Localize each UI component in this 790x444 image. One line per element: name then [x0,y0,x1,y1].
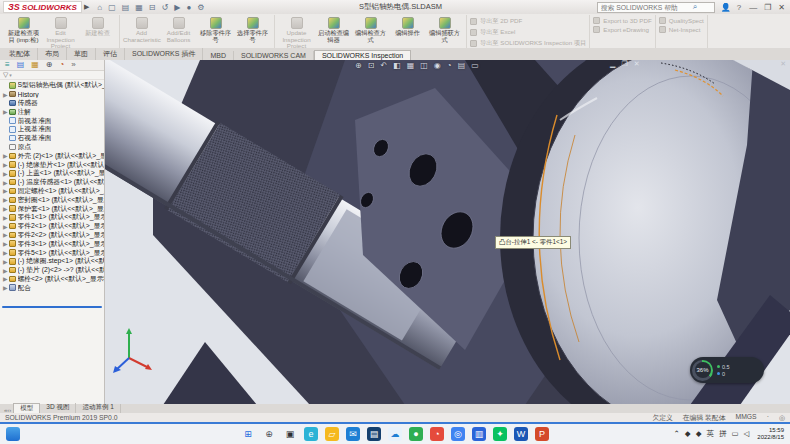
panel-tab-icon[interactable]: » [71,61,75,69]
ribbon-button[interactable]: 选择零件序号 [234,16,271,43]
panel-tab-icon[interactable]: ▦ [31,61,39,69]
tray-icon[interactable]: ⌃ [674,429,680,439]
quick-access-icon[interactable]: ▦ [135,3,143,12]
minimize-button[interactable]: — [749,3,757,12]
ribbon-button[interactable]: Update Inspection Project [278,16,315,50]
performance-overlay-badge[interactable]: 36% 0.5 0 [690,357,764,383]
ribbon-button[interactable]: 启动检查编辑器 [315,16,352,43]
ribbon-tab[interactable]: 草图 [67,48,96,60]
graphics-viewport[interactable]: ⊕⊡↶◧▦◫◉◔▤▭ ▁ ❐ ✕ ✕ 凸台-拉伸1 <- 零件1<1> 36% [105,60,790,404]
ribbon-quality-item[interactable]: QualitySpect [659,17,704,24]
feature-tree-item[interactable]: 前视基准面 [0,116,104,125]
view-tool-icon[interactable]: ↶ [380,62,387,70]
tree-filter[interactable]: ▽ ▾ [0,71,104,80]
taskbar-icon[interactable]: ✉ [346,427,360,441]
ribbon-tab[interactable]: SOLIDWORKS 插件 [125,48,203,60]
taskbar-icon[interactable]: ▤ [367,427,381,441]
taskbar-icon[interactable]: ▱ [325,427,339,441]
tray-icon[interactable]: ◁ [744,429,750,439]
ribbon-export-item[interactable]: 导出至 SOLIDWORKS Inspection 项目 [470,39,586,48]
view-tool-icon[interactable]: ◉ [434,62,441,70]
ribbon-button[interactable]: Edit Inspection Project [42,16,79,50]
quick-access-icon[interactable]: ● [186,3,191,12]
document-tab[interactable]: 3D 视图 [40,403,76,413]
panel-tab-icon[interactable]: ◔ [60,61,65,69]
doc-minimize-icon[interactable]: ▁ [610,60,615,68]
taskbar-icon[interactable]: ◎ [451,427,465,441]
ribbon-export-item[interactable]: Export to 3D PDF [593,17,652,24]
ribbon-tab[interactable]: SOLIDWORKS CAM [234,51,314,60]
panel-tab-icon[interactable]: ≡ [5,61,10,69]
user-account-icon[interactable]: 👤 [721,3,731,12]
panel-tab-icon[interactable]: ▤ [17,61,25,69]
pane-close-icon[interactable]: ✕ [780,60,786,68]
view-tool-icon[interactable]: ▤ [458,62,466,70]
ribbon-button[interactable]: 编辑检查方式 [352,16,389,43]
ribbon-quality-item[interactable]: Net-Inspect [659,26,701,33]
ribbon-export-item[interactable]: Export eDrawing [593,26,649,33]
tray-icon[interactable]: ◆ [696,429,702,439]
taskbar-icon[interactable]: P [535,427,549,441]
taskbar-clock[interactable]: 15:59 2022/8/15 [757,427,784,441]
document-tab[interactable]: 运动算例 1 [76,403,120,413]
ribbon-button[interactable]: 编辑捕获方式 [426,16,463,43]
ribbon-tab[interactable]: MBD [203,51,234,60]
quick-access-icon[interactable]: ⊟ [149,3,156,12]
quick-access-icon[interactable]: ⌂ [97,3,102,12]
feature-tree-item[interactable]: 传感器 [0,99,104,108]
taskbar-icon[interactable]: e [304,427,318,441]
taskbar-icon[interactable]: W [514,427,528,441]
close-button[interactable]: ✕ [778,3,785,12]
document-tab[interactable]: 模型 [13,403,40,413]
feature-tree-item[interactable]: ▶ History [0,90,104,99]
ribbon-tab[interactable]: 装配体 [2,48,38,60]
ribbon-export-item[interactable]: 导出至 2D PDF [470,17,522,26]
panel-tab-icon[interactable]: ⊕ [46,61,53,69]
feature-tree-item[interactable]: ▶ 注解 [0,107,104,116]
quick-access-icon[interactable]: ⚙ [197,3,204,12]
ribbon-tab[interactable]: SOLIDWORKS Inspection [314,50,411,60]
taskbar-icon[interactable]: ⊕ [262,427,276,441]
view-tool-icon[interactable]: ⊡ [368,62,375,70]
ribbon-button[interactable]: 新建检查 [79,16,116,37]
status-tag-icon[interactable]: ◎ [779,414,785,422]
doc-close-icon[interactable]: ✕ [634,60,640,68]
tray-icon[interactable]: ▭ [731,429,738,439]
tray-icon[interactable]: 拼 [719,429,727,439]
view-tool-icon[interactable]: ▦ [407,62,415,70]
taskbar-icon[interactable]: ☁ [388,427,402,441]
rollback-bar[interactable] [2,306,102,308]
quick-access-icon[interactable]: ↺ [162,3,169,12]
taskbar-icon[interactable]: ◔ [430,427,444,441]
ribbon-button[interactable]: 编辑操作 [389,16,426,37]
feature-tree-item[interactable]: 右视基准面 [0,134,104,143]
taskbar-icon[interactable]: ● [409,427,423,441]
quick-access-icon[interactable]: ▤ [122,3,130,12]
widgets-icon[interactable] [6,427,20,441]
ribbon-tab[interactable]: 布局 [38,48,67,60]
ribbon-button[interactable]: Add/Edit Balloons [160,16,197,43]
ribbon-button[interactable]: 新建检查项目 (imp:检) [5,16,42,43]
feature-tree-item[interactable]: S型铝轴热电偶 (默认<默认>_显示状态-1 [0,81,104,90]
taskbar-icon[interactable]: ✦ [493,427,507,441]
menu-expand-arrow-icon[interactable]: ▶ [84,3,89,11]
quick-access-icon[interactable]: ▢ [108,3,116,12]
help-button[interactable]: ? [737,3,741,12]
feature-tree-item[interactable]: ▶ 配合 [0,283,104,292]
feature-tree-item[interactable]: 上视基准面 [0,125,104,134]
tray-icon[interactable]: 英 [706,429,714,439]
help-search-box[interactable]: ⌕ [597,2,715,13]
ribbon-tab[interactable]: 评估 [96,48,125,60]
assembly-3d-model[interactable] [105,60,790,404]
ribbon-export-item[interactable]: 导出至 Excel [470,28,515,37]
ribbon-button[interactable]: 移除零件序号 [197,16,234,43]
restore-button[interactable]: ❐ [764,3,771,12]
view-tool-icon[interactable]: ◔ [447,62,452,70]
ribbon-button[interactable]: Add Characteristic [123,16,160,43]
search-icon[interactable]: ⌕ [693,2,697,12]
taskbar-icon[interactable]: ▣ [283,427,297,441]
view-tool-icon[interactable]: ◧ [393,62,401,70]
search-input[interactable] [601,4,693,11]
taskbar-icon[interactable]: ▥ [472,427,486,441]
tray-icon[interactable]: ◆ [685,429,691,439]
